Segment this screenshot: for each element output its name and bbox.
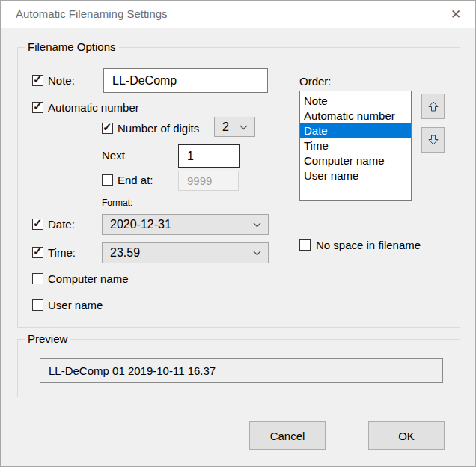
automatic-number-checkbox[interactable]	[32, 102, 43, 113]
date-checkbox[interactable]	[32, 219, 43, 230]
end-at-label: End at:	[118, 173, 153, 188]
automatic-number-label: Automatic number	[48, 100, 139, 115]
number-of-digits-label: Number of digits	[118, 121, 199, 136]
no-space-label: No space in filename	[316, 238, 421, 253]
date-format-dropdown[interactable]: 2020-12-31	[102, 214, 269, 235]
titlebar: Automatic Filenaming Settings ✕	[1, 1, 475, 28]
cancel-button[interactable]: Cancel	[249, 421, 326, 450]
note-input[interactable]	[103, 68, 268, 93]
move-down-button[interactable]	[421, 127, 445, 153]
section-divider	[284, 67, 284, 325]
automatic-filenaming-dialog: Automatic Filenaming Settings ✕ Filename…	[0, 0, 476, 467]
filename-options-group-label: Filename Options	[25, 40, 119, 53]
number-of-digits-value: 2	[222, 120, 229, 134]
chevron-down-icon	[253, 251, 261, 256]
arrow-up-icon	[427, 100, 439, 112]
preview-field: LL-DeComp 01 2019-10-11 16.37	[40, 358, 443, 383]
date-format-value: 2020-12-31	[110, 218, 171, 231]
end-at-checkbox[interactable]	[102, 174, 113, 186]
order-list-item[interactable]: Automatic number	[300, 109, 411, 123]
number-of-digits-dropdown[interactable]: 2	[214, 117, 255, 137]
next-label: Next	[102, 148, 125, 163]
time-checkbox[interactable]	[32, 247, 43, 258]
move-up-button[interactable]	[421, 94, 445, 119]
user-name-checkbox[interactable]	[32, 299, 43, 311]
order-label: Order:	[299, 74, 332, 89]
time-label: Time:	[48, 245, 76, 260]
preview-group-label: Preview	[25, 332, 70, 345]
window-title: Automatic Filenaming Settings	[16, 1, 168, 28]
time-format-value: 23.59	[110, 246, 140, 260]
ok-button[interactable]: OK	[368, 421, 445, 450]
date-label: Date:	[48, 217, 75, 232]
computer-name-checkbox[interactable]	[32, 273, 43, 284]
note-checkbox[interactable]	[32, 75, 43, 86]
close-icon: ✕	[451, 7, 461, 22]
no-space-checkbox[interactable]	[299, 239, 311, 251]
order-list-item[interactable]: Note	[300, 94, 411, 109]
computer-name-label: Computer name	[48, 272, 129, 287]
end-at-input[interactable]	[178, 171, 239, 191]
time-format-dropdown[interactable]: 23.59	[102, 242, 269, 263]
order-list-item[interactable]: Computer name	[300, 153, 411, 168]
order-list-item-selected[interactable]: Date	[300, 123, 411, 138]
next-input[interactable]	[178, 144, 240, 168]
close-button[interactable]: ✕	[441, 2, 471, 26]
format-label: Format:	[102, 197, 132, 209]
order-list-item[interactable]: Time	[300, 138, 411, 153]
arrow-down-icon	[427, 134, 439, 146]
number-of-digits-checkbox[interactable]	[102, 123, 113, 134]
chevron-down-icon	[239, 125, 248, 130]
order-listbox[interactable]: Note Automatic number Date Time Computer…	[299, 91, 412, 201]
chevron-down-icon	[253, 222, 261, 228]
user-name-label: User name	[48, 298, 103, 313]
order-list-item[interactable]: User name	[300, 168, 411, 183]
note-label: Note:	[48, 73, 75, 88]
